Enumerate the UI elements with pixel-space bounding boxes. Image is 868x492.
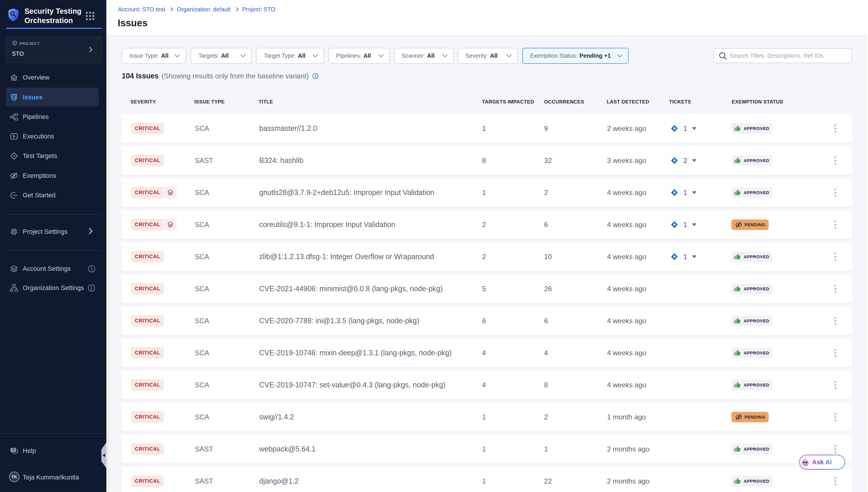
- svg-text:?: ?: [12, 448, 15, 452]
